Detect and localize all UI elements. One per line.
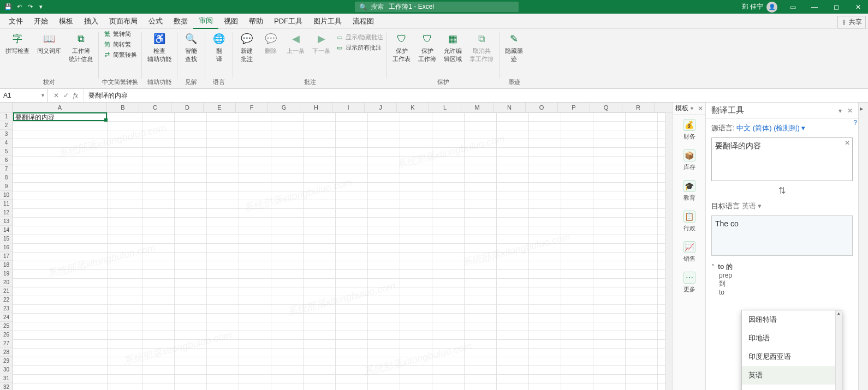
- row-header-11[interactable]: 11: [0, 200, 13, 208]
- translate-button[interactable]: 🌐翻译: [209, 30, 229, 64]
- protect-sheet-button[interactable]: 🛡保护工作表: [390, 30, 413, 64]
- row-header-31[interactable]: 31: [0, 374, 13, 383]
- row-header-19[interactable]: 19: [0, 269, 13, 278]
- language-option[interactable]: 印地语: [742, 329, 842, 347]
- row-header-21[interactable]: 21: [0, 287, 13, 296]
- save-icon[interactable]: 💾: [4, 3, 12, 11]
- scroll-up-icon[interactable]: ▴: [836, 310, 842, 318]
- column-header-N[interactable]: N: [494, 103, 526, 112]
- prev-comment-button[interactable]: ◀上一条: [284, 30, 307, 56]
- thesaurus-button[interactable]: 📖同义词库: [35, 30, 63, 56]
- language-option[interactable]: 英语: [742, 366, 842, 385]
- target-language-dropdown[interactable]: 因纽特语印地语印度尼西亚语英语尤卡特克玛雅语越南语粤语 (繁体) ▴ ▾: [741, 310, 842, 390]
- formula-input[interactable]: 要翻译的内容: [84, 89, 868, 102]
- tab-file[interactable]: 文件: [3, 14, 28, 29]
- column-header-B[interactable]: B: [107, 103, 139, 112]
- collapse-icon[interactable]: ˄: [711, 263, 715, 271]
- row-header-18[interactable]: 18: [0, 261, 13, 269]
- row-header-4[interactable]: 4: [0, 139, 13, 147]
- row-header-1[interactable]: 1: [0, 112, 13, 121]
- template-item-0[interactable]: 💰财务: [673, 115, 705, 145]
- new-comment-button[interactable]: 💬新建批注: [236, 30, 257, 64]
- row-header-15[interactable]: 15: [0, 235, 13, 243]
- smart-lookup-button[interactable]: 🔍智能查找: [181, 30, 201, 64]
- tab-flowchart[interactable]: 流程图: [347, 14, 379, 29]
- minimize-button[interactable]: —: [805, 0, 824, 14]
- row-header-26[interactable]: 26: [0, 331, 13, 339]
- cancel-formula-icon[interactable]: ✕: [53, 92, 59, 99]
- language-option[interactable]: 因纽特语: [742, 310, 842, 329]
- row-header-16[interactable]: 16: [0, 243, 13, 252]
- tab-page-layout[interactable]: 页面布局: [104, 14, 143, 29]
- name-box-dropdown-icon[interactable]: ▼: [40, 93, 45, 98]
- tab-insert[interactable]: 插入: [79, 14, 104, 29]
- row-header-27[interactable]: 27: [0, 339, 13, 348]
- dropdown-scrollbar[interactable]: ▴ ▾: [835, 310, 842, 390]
- pane-close-icon[interactable]: ✕: [847, 107, 853, 115]
- tab-home[interactable]: 开始: [28, 14, 53, 29]
- spellcheck-button[interactable]: 字拼写检查: [3, 30, 32, 56]
- undo-icon[interactable]: ↶: [15, 3, 23, 11]
- column-header-L[interactable]: L: [429, 103, 461, 112]
- show-all-comments-button[interactable]: ▭显示所有批注: [336, 44, 383, 52]
- spreadsheet-grid[interactable]: ABCDEFGHIJKLMNOPQR 123456789101112131415…: [0, 103, 673, 390]
- template-item-2[interactable]: 🎓教育: [673, 176, 705, 206]
- maximize-button[interactable]: ◻: [827, 0, 846, 14]
- template-item-1[interactable]: 📦库存: [673, 145, 705, 176]
- column-header-E[interactable]: E: [204, 103, 236, 112]
- column-header-P[interactable]: P: [558, 103, 590, 112]
- language-option[interactable]: 印度尼西亚语: [742, 347, 842, 366]
- close-button[interactable]: ✕: [848, 0, 868, 14]
- template-item-5[interactable]: ⋯更多: [673, 267, 705, 298]
- pane-menu-icon[interactable]: ▾: [839, 107, 842, 115]
- row-header-24[interactable]: 24: [0, 313, 13, 322]
- delete-comment-button[interactable]: 💬删除: [260, 30, 281, 56]
- row-header-28[interactable]: 28: [0, 348, 13, 357]
- fill-handle[interactable]: [104, 118, 108, 122]
- row-header-17[interactable]: 17: [0, 252, 13, 261]
- column-header-I[interactable]: I: [332, 103, 365, 112]
- row-header-20[interactable]: 20: [0, 278, 13, 287]
- protect-workbook-button[interactable]: 🛡保护工作簿: [416, 30, 438, 64]
- show-hide-comment-button[interactable]: ▭显示/隐藏批注: [336, 33, 383, 41]
- fx-icon[interactable]: fx: [73, 92, 78, 100]
- vertical-scrollbar[interactable]: [665, 112, 673, 390]
- source-text-input[interactable]: 要翻译的内容 ✕: [711, 137, 853, 181]
- column-header-C[interactable]: C: [139, 103, 171, 112]
- row-header-10[interactable]: 10: [0, 191, 13, 200]
- redo-icon[interactable]: ↷: [26, 3, 34, 11]
- column-header-R[interactable]: R: [622, 103, 655, 112]
- tab-templates[interactable]: 模板: [53, 14, 79, 29]
- column-header-F[interactable]: F: [236, 103, 268, 112]
- accept-formula-icon[interactable]: ✓: [63, 92, 69, 99]
- search-box[interactable]: 🔍 搜索: [355, 2, 519, 12]
- swap-languages-button[interactable]: ⇅: [706, 184, 858, 197]
- row-header-13[interactable]: 13: [0, 217, 13, 226]
- row-header-22[interactable]: 22: [0, 296, 13, 304]
- workbook-stats-button[interactable]: ⧉工作簿统计信息: [67, 30, 95, 64]
- pane-tab-icon[interactable]: ▸: [860, 105, 867, 112]
- template-item-3[interactable]: 📋行政: [673, 206, 705, 237]
- hide-ink-button[interactable]: ✎隐藏墨迹: [503, 30, 525, 64]
- allow-edit-ranges-button[interactable]: ▦允许编辑区域: [442, 30, 464, 64]
- column-header-Q[interactable]: Q: [590, 103, 622, 112]
- row-header-6[interactable]: 6: [0, 156, 13, 165]
- source-language-select[interactable]: 中文 (简体) (检测到) ▾: [736, 124, 805, 132]
- column-header-D[interactable]: D: [171, 103, 204, 112]
- row-header-3[interactable]: 3: [0, 130, 13, 139]
- row-header-8[interactable]: 8: [0, 173, 13, 182]
- tab-pdf[interactable]: PDF工具: [269, 14, 308, 29]
- target-language-select[interactable]: 英语 ▾: [742, 202, 762, 210]
- row-header-14[interactable]: 14: [0, 226, 13, 235]
- column-header-K[interactable]: K: [397, 103, 429, 112]
- cells-area[interactable]: 要翻译的内容 系统部落xitongbuluo.com 系统部落xitongbul…: [13, 112, 673, 390]
- active-cell-a1[interactable]: 要翻译的内容: [13, 112, 107, 121]
- tab-review[interactable]: 审阅: [193, 14, 218, 29]
- template-pane-close-icon[interactable]: ✕: [698, 105, 703, 112]
- column-header-G[interactable]: G: [268, 103, 300, 112]
- next-comment-button[interactable]: ▶下一条: [310, 30, 332, 56]
- unshare-workbook-button[interactable]: ⧉取消共享工作簿: [467, 30, 496, 64]
- row-headers[interactable]: 1234567891011121314151617181920212223242…: [0, 112, 13, 390]
- column-header-J[interactable]: J: [365, 103, 397, 112]
- simp-to-trad-button[interactable]: 简简转繁: [103, 40, 137, 49]
